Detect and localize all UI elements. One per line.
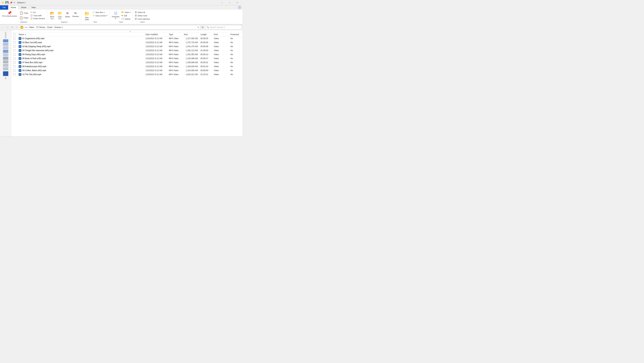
select-all-button[interactable]: ☰ Select all [134, 11, 150, 14]
file-kind-6: Video [212, 61, 229, 64]
quick-access-dropdown[interactable]: ▼ [13, 2, 15, 4]
table-row[interactable]: ▶ 06 Book of Ruth (HD).mp4 1/23/2022 8:1… [11, 57, 242, 61]
properties-button[interactable]: ☑ Properties▾ [111, 11, 120, 20]
table-row[interactable]: ▶ 08 Kaleidoscope (HD).mp4 1/23/2022 8:1… [11, 65, 242, 69]
easy-access-button[interactable]: ⚡ Easy access ▾ [92, 14, 108, 17]
sidebar-item-2[interactable] [3, 43, 8, 46]
row-checkbox-8[interactable] [11, 69, 17, 72]
file-list: ▶ 01 Sugarwood (HD).mp4 1/23/2022 8:12 A… [11, 37, 242, 136]
maximize-button[interactable]: □ [226, 0, 234, 5]
table-row[interactable]: ▶ 02 Blue Cat (HD).mp4 1/23/2022 8:12 AM… [11, 41, 242, 45]
new-folder-button[interactable]: 📁 Newfolder [82, 11, 91, 21]
help-button[interactable]: ? [238, 5, 242, 10]
file-date-5: 1/23/2022 8:12 AM [144, 57, 168, 60]
col-header-type[interactable]: Type [168, 33, 182, 36]
history-button[interactable]: 🕐 History [121, 17, 131, 21]
table-row[interactable]: ▶ 04 Tonight We Improvise (HD).mp4 1/23/… [11, 49, 242, 53]
col-header-name[interactable]: Name ▲ [17, 33, 144, 36]
col-header-protected[interactable]: Protected [229, 33, 242, 36]
table-row[interactable]: ▶ 07 Nest Box (HD).mp4 1/23/2022 8:12 AM… [11, 61, 242, 65]
table-row[interactable]: ▶ 10 The Toll (HD).mp4 1/23/2022 8:12 AM… [11, 73, 242, 77]
row-checkbox-0[interactable] [11, 37, 17, 40]
minimize-button[interactable]: — [218, 0, 226, 5]
row-checkbox-6[interactable] [11, 61, 17, 64]
file-type-3: MP4 Video [168, 49, 182, 52]
file-protected-4: No [229, 53, 242, 56]
address-tvshows[interactable]: TV Shows [36, 26, 45, 29]
delete-button[interactable]: ✕ Delete [64, 11, 71, 18]
address-sep-3: › [46, 26, 46, 28]
pin-quick-access-button[interactable]: 📌 Pin to Quick access [1, 11, 18, 18]
sidebar-item-8[interactable] [3, 64, 8, 67]
col-header-kind[interactable]: Kind [212, 33, 229, 36]
file-icon-2: ▶ [19, 45, 21, 48]
move-to-button[interactable]: 📂 Moveto ▾ [48, 11, 56, 20]
sidebar-item-6[interactable] [3, 57, 8, 60]
file-icon-7: ▶ [19, 65, 21, 68]
row-checkbox-5[interactable] [11, 57, 17, 60]
sidebar-scroll-down[interactable] [5, 77, 6, 79]
table-row[interactable]: ▶ 09 Coffee, Black (HD).mp4 1/23/2022 8:… [11, 69, 242, 73]
sidebar-item-4[interactable] [3, 50, 8, 53]
sidebar-item-5[interactable] [3, 53, 8, 56]
recent-locations-button[interactable]: ▼ [10, 25, 14, 30]
file-name-1: ▶ 02 Blue Cat (HD).mp4 [17, 41, 144, 44]
select-all-checkbox[interactable] [11, 33, 17, 36]
forward-button[interactable]: → [5, 25, 10, 30]
row-checkbox-9[interactable] [11, 73, 17, 76]
file-size-0: 1,317,092 KB [182, 37, 199, 40]
cut-button[interactable]: ✂ Cut [30, 11, 46, 14]
table-row[interactable]: ▶ 01 Sugarwood (HD).mp4 1/23/2022 8:12 A… [11, 37, 242, 41]
sidebar-scroll[interactable] [5, 32, 6, 39]
address-season1[interactable]: Season 1 [54, 26, 63, 29]
address-bar[interactable]: 📁 › › Video › TV Shows › Ozark › Season … [19, 25, 200, 30]
col-header-size[interactable]: Size [182, 33, 199, 36]
search-bar[interactable]: 🔍 Search Season 1 [205, 25, 242, 30]
paste-shortcut-button[interactable]: 📋 Paste shortcut [30, 17, 46, 20]
tab-share[interactable]: Share [18, 5, 29, 10]
row-checkbox-3[interactable] [11, 49, 17, 52]
refresh-button[interactable]: ↻ [200, 25, 205, 30]
tab-view[interactable]: View [29, 5, 38, 10]
edit-button[interactable]: ✏ Edit [121, 14, 131, 17]
tab-home[interactable]: Home [8, 5, 18, 10]
row-checkbox-7[interactable] [11, 65, 17, 68]
tab-file[interactable]: File [0, 5, 8, 10]
sidebar-item-bottom[interactable] [3, 71, 8, 76]
file-name-9: ▶ 10 The Toll (HD).mp4 [17, 73, 144, 76]
table-row[interactable]: ▶ 03 My Dripping Sleep (HD).mp4 1/23/202… [11, 45, 242, 49]
up-button[interactable]: ↑ [15, 25, 19, 30]
copy-path-button[interactable]: 📋 Copy path [30, 14, 46, 17]
row-checkbox-4[interactable] [11, 53, 17, 56]
copy-button[interactable]: 📋 Copy [18, 11, 29, 15]
invert-selection-button[interactable]: ☰ Invert selection [134, 17, 150, 21]
address-ozark[interactable]: Ozark [47, 26, 52, 29]
file-name-4: ▶ 05 Ruling Days (HD).mp4 [17, 53, 144, 56]
header-checkbox[interactable] [13, 33, 16, 36]
sidebar-item-1[interactable] [3, 39, 8, 42]
col-header-date[interactable]: Date modified [144, 33, 168, 36]
file-date-3: 1/23/2022 8:12 AM [144, 49, 168, 52]
pin-icon: 📌 [9, 1, 13, 4]
open-button[interactable]: 📂 Open ▾ [121, 11, 131, 14]
close-button[interactable]: ✕ [234, 0, 241, 5]
address-selected[interactable] [25, 27, 27, 28]
new-item-button[interactable]: 📄 New item ▾ [92, 11, 108, 14]
select-none-button[interactable]: ☰ Select none [134, 14, 150, 17]
sidebar-item-7[interactable] [3, 60, 8, 63]
address-dropdown[interactable]: ▼ [197, 26, 199, 28]
row-checkbox-2[interactable] [11, 45, 17, 48]
paste-button[interactable]: 📋 Paste [18, 16, 29, 20]
address-video[interactable]: Video [29, 26, 34, 29]
file-type-8: MP4 Video [168, 69, 182, 72]
col-header-length[interactable]: Length [199, 33, 212, 36]
sidebar-item-9[interactable] [3, 67, 8, 70]
copy-to-button[interactable]: 📁 Copyto ▾ [56, 11, 64, 20]
file-size-2: 1,341,470 KB [182, 45, 199, 48]
file-length-1: 00:56:55 [199, 41, 212, 44]
table-row[interactable]: ▶ 05 Ruling Days (HD).mp4 1/23/2022 8:12… [11, 53, 242, 57]
sidebar-item-3[interactable] [3, 46, 8, 49]
row-checkbox-1[interactable] [11, 41, 17, 44]
back-button[interactable]: ← [1, 25, 5, 30]
rename-button[interactable]: ✏ Rename [72, 11, 80, 18]
